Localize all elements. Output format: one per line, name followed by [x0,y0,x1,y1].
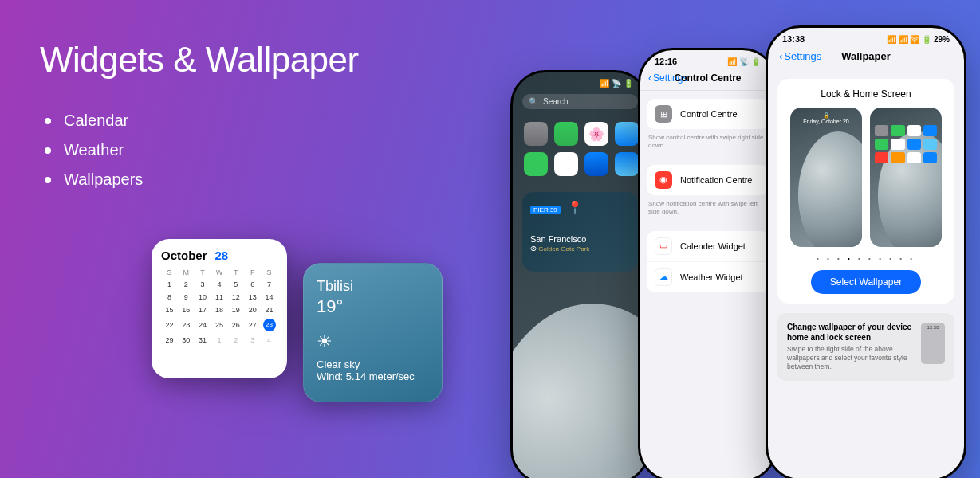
settings-app-icon[interactable] [524,122,548,146]
row-description: Show control centre with swipe right sid… [647,134,769,155]
back-button[interactable]: ‹Settings [648,72,687,84]
row-label: Weather Widget [680,272,743,282]
chevron-left-icon: ‹ [648,72,651,84]
map-pin-icon: 📍 [567,201,583,214]
map-subtitle: ⦿ Golden Gate Park [530,245,630,253]
facetime-app-icon[interactable] [524,152,548,176]
weather-wind: Wind: 5.14 meter/sec [317,370,429,382]
safari-app-icon[interactable] [615,152,639,176]
info-subtext: Swipe to the right side of the above wal… [787,345,913,371]
weather-city: Tbilisi [317,278,429,295]
phone-app-icon[interactable] [554,122,578,146]
page-title: Widgets & Wallpaper [40,40,359,80]
control-centre-row[interactable]: ⊞Control Centre [647,99,769,129]
select-wallpaper-button[interactable]: Select Wallpaper [811,270,921,294]
row-label: Notification Centre [680,175,753,185]
map-city: San Francisco [530,234,630,244]
calendar-grid: SMTWTFS123456789101112131415161718192021… [161,267,277,347]
feature-item: Calendar [45,112,143,130]
notification-centre-row[interactable]: ◉Notification Centre [647,165,769,195]
info-heading: Change wallpaper of your device home and… [787,323,913,343]
chevron-left-icon: ‹ [779,50,782,62]
weather-widget-row[interactable]: ☁Weather Widget [647,262,769,292]
search-placeholder: Search [543,97,569,106]
app-grid: 🌸 [513,117,647,181]
toggles-icon: ⊞ [655,105,672,123]
feature-list: Calendar Weather Wallpapers [45,112,143,200]
info-thumbnail: 13:38 [921,323,945,364]
music-app-icon[interactable] [554,152,578,176]
lock-screen-preview[interactable]: 🔒Friday, October 20 [790,108,862,247]
back-label: Settings [784,50,821,62]
status-bar: 12:16📶 📡 🔋 [640,50,775,69]
page-dots: • • • • • • • • • • [787,255,945,262]
status-icons: 📶 📡 🔋 [600,79,633,88]
files-app-icon[interactable] [615,122,639,146]
row-label: Control Centre [680,109,738,119]
search-input[interactable]: 🔍Search [522,94,638,109]
wallpaper-card: Lock & Home Screen 🔒Friday, October 20 •… [777,79,954,304]
status-time: 13:38 [782,34,805,44]
status-icons: 📶 📡 🔋 [727,57,761,66]
feature-item: Wallpapers [45,170,143,189]
calendar-widget[interactable]: October 28 SMTWTFS1234567891011121314151… [152,239,287,378]
bell-icon: ◉ [655,171,672,189]
phone-control-centre: 12:16📶 📡 🔋 ‹Settings Control Centre ⊞Con… [638,48,777,478]
weather-desc: Clear sky [317,358,429,370]
back-label: Settings [653,72,687,84]
status-bar: 13:38📶 📶 🛜 🔋 29% [768,28,964,47]
row-description: Show notification centre with swipe left… [647,200,769,221]
home-screen-preview[interactable] [870,108,942,247]
wallpaper-blob [510,304,650,478]
status-icons: 📶 📶 🛜 🔋 29% [887,35,950,44]
calendar-day: 28 [215,249,229,262]
sun-icon: ☀ [317,331,429,352]
row-label: Calender Widget [680,241,746,251]
status-time: 12:16 [655,57,677,66]
photos-app-icon[interactable]: 🌸 [584,122,608,146]
phone-homescreen: 📶 📡 🔋 🔍Search 🌸 PIER 39 📍 San Francisco … [510,70,650,478]
search-icon: 🔍 [529,97,538,106]
map-widget[interactable]: PIER 39 📍 San Francisco ⦿ Golden Gate Pa… [522,192,638,272]
status-bar: 📶 📡 🔋 [513,72,647,91]
card-title: Lock & Home Screen [787,88,945,100]
nav-bar: ‹Settings Control Centre [640,69,775,91]
calendar-month: October [161,249,207,262]
weather-widget[interactable]: Tbilisi 19° ☀ Clear sky Wind: 5.14 meter… [303,263,443,402]
cloud-icon: ☁ [655,268,672,286]
nav-bar: ‹Settings Wallpaper [768,47,964,69]
feature-item: Weather [45,141,143,159]
phone-wallpaper: 13:38📶 📶 🛜 🔋 29% ‹Settings Wallpaper Loc… [766,25,966,478]
weather-temp: 19° [317,296,429,317]
map-pin-label: PIER 39 [530,206,561,214]
appstore-app-icon[interactable] [584,152,608,176]
calendar-widget-row[interactable]: ▭Calender Widget [647,231,769,261]
info-box: Change wallpaper of your device home and… [777,313,954,381]
back-button[interactable]: ‹Settings [779,50,821,62]
calendar-icon: ▭ [655,237,672,255]
